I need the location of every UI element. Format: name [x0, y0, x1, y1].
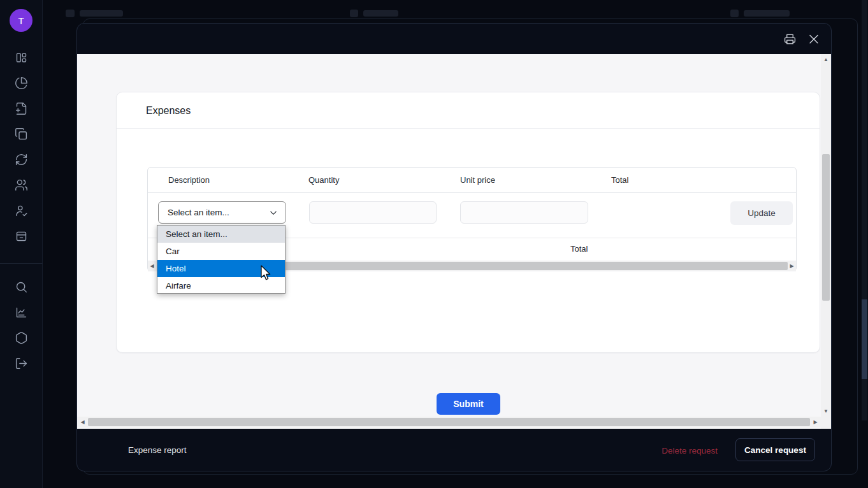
- chevron-down-icon: [269, 208, 278, 217]
- expense-report-modal: Expenses Description Quantity Unit price…: [76, 23, 832, 471]
- file-plus-icon[interactable]: [15, 102, 28, 115]
- refresh-icon[interactable]: [15, 153, 28, 166]
- dropdown-option-select-an-item[interactable]: Select an item...: [157, 226, 285, 243]
- scroll-up-arrow-icon[interactable]: ▲: [821, 55, 831, 64]
- description-dropdown: Select an item... Car Hotel Airfare: [157, 225, 286, 294]
- col-header-unit-price: Unit price: [460, 168, 495, 193]
- horizontal-scrollbar-thumb[interactable]: [88, 418, 810, 426]
- col-header-quantity: Quantity: [308, 168, 339, 193]
- delete-request-link[interactable]: Delete request: [662, 446, 718, 456]
- modal-header: [77, 24, 831, 54]
- dimmed-background-icon: [66, 10, 75, 17]
- scroll-left-arrow-icon[interactable]: ◀: [148, 261, 156, 271]
- dropdown-option-car[interactable]: Car: [157, 243, 285, 260]
- dimmed-background-tab: [80, 10, 123, 17]
- vertical-scrollbar-thumb[interactable]: [822, 154, 830, 301]
- scroll-right-arrow-icon[interactable]: ▶: [811, 417, 820, 427]
- quantity-input[interactable]: [309, 201, 437, 224]
- print-icon[interactable]: [783, 32, 796, 45]
- copy-icon[interactable]: [15, 127, 28, 141]
- card-header: Expenses: [117, 92, 820, 129]
- submit-button[interactable]: Submit: [437, 393, 500, 415]
- description-select[interactable]: Select an item...: [158, 201, 286, 224]
- user-avatar[interactable]: T: [10, 9, 33, 32]
- modal-content: Expenses Description Quantity Unit price…: [77, 54, 831, 429]
- sidebar-divider: [0, 263, 43, 264]
- modal-footer-title: Expense report: [128, 445, 187, 455]
- search-icon[interactable]: [15, 280, 28, 294]
- users-icon[interactable]: [15, 178, 28, 192]
- content-horizontal-scrollbar[interactable]: ◀ ▶: [77, 417, 821, 427]
- scroll-left-arrow-icon[interactable]: ◀: [78, 417, 87, 427]
- update-button[interactable]: Update: [730, 201, 793, 225]
- cancel-request-button[interactable]: Cancel request: [735, 438, 815, 461]
- footer-total-label: Total: [570, 238, 588, 261]
- dropdown-option-airfare[interactable]: Airfare: [157, 277, 285, 294]
- calendar-icon[interactable]: [15, 229, 28, 243]
- avatar-initial: T: [18, 15, 24, 26]
- background-scrollbar-thumb: [862, 299, 867, 379]
- col-header-description: Description: [168, 168, 210, 193]
- dimmed-background-icon: [730, 10, 739, 17]
- close-icon[interactable]: [808, 33, 820, 45]
- scroll-down-arrow-icon[interactable]: ▼: [821, 407, 831, 415]
- table-header-row: Description Quantity Unit price Total: [148, 168, 796, 193]
- content-vertical-scrollbar[interactable]: ▲ ▼: [821, 54, 831, 417]
- dimmed-background-tab: [363, 10, 398, 17]
- expenses-card: Expenses Description Quantity Unit price…: [116, 92, 820, 353]
- col-header-total: Total: [611, 168, 628, 193]
- card-title: Expenses: [146, 92, 191, 129]
- description-select-value: Select an item...: [168, 208, 229, 217]
- dashboard-icon[interactable]: [15, 51, 28, 64]
- sidebar: T: [0, 0, 43, 488]
- dimmed-background-icon: [350, 10, 358, 17]
- hexagon-icon[interactable]: [15, 331, 28, 345]
- scroll-right-arrow-icon[interactable]: ▶: [788, 261, 796, 271]
- dropdown-option-hotel[interactable]: Hotel: [157, 260, 285, 277]
- scrollbar-corner: [821, 417, 831, 429]
- dimmed-background-tab: [744, 10, 790, 17]
- modal-footer: Expense report Delete request Cancel req…: [77, 429, 831, 471]
- user-check-icon[interactable]: [15, 204, 28, 217]
- analytics-chart-icon[interactable]: [15, 306, 28, 319]
- pie-chart-icon[interactable]: [15, 76, 28, 90]
- unit-price-input[interactable]: [460, 201, 588, 224]
- logout-icon[interactable]: [15, 357, 28, 370]
